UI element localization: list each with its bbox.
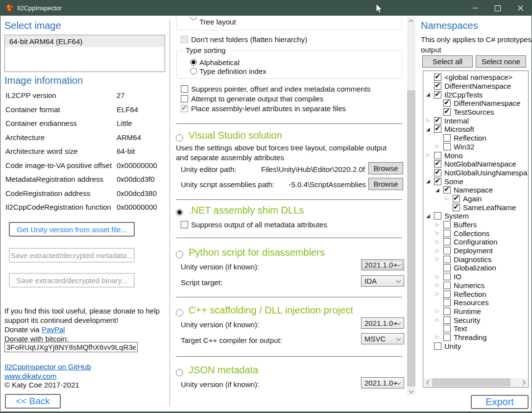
scroll-left-arrow-icon[interactable] — [424, 378, 432, 387]
tree-row[interactable]: ▷IO — [424, 272, 528, 281]
tree-row[interactable]: ▷Reflection — [424, 290, 528, 298]
python-unity-version-dropdown[interactable]: 2021.1.0+ — [361, 259, 404, 270]
script-assemblies-path-value[interactable]: -5.0.4\ScriptAssemblies — [261, 180, 366, 189]
expander-closed-icon[interactable]: ▷ — [435, 274, 443, 279]
tree-checkbox[interactable] — [443, 264, 451, 271]
browse-editor-path-button[interactable]: Browse — [368, 162, 403, 174]
tree-checkbox[interactable] — [434, 152, 441, 159]
minimize-button[interactable] — [464, 0, 486, 16]
cpp-unity-version-dropdown[interactable]: 2021.1.0+ — [361, 317, 404, 329]
expander-open-icon[interactable]: ◢ — [426, 214, 434, 219]
tree-row[interactable]: ◢Il2CppTests — [424, 90, 528, 99]
tree-checkbox[interactable] — [453, 195, 460, 202]
tree-checkbox[interactable] — [443, 238, 451, 245]
tree-checkbox[interactable] — [443, 299, 451, 306]
tree-row[interactable]: TestSources — [424, 108, 528, 117]
expander-closed-icon[interactable]: ▷ — [435, 144, 443, 149]
maximize-button[interactable] — [486, 0, 509, 16]
tree-row[interactable]: ▷Collections — [424, 229, 528, 238]
tree-row[interactable]: Resources — [424, 298, 528, 307]
scroll-right-arrow-icon[interactable] — [519, 378, 528, 387]
expander-closed-icon[interactable]: ▷ — [435, 248, 443, 253]
expander-open-icon[interactable]: ◢ — [426, 179, 434, 184]
export-button[interactable]: Export — [471, 395, 529, 409]
tree-row[interactable]: ◢Microsoft — [424, 125, 528, 134]
titlebar[interactable]: Il2CppInspector — [0, 0, 532, 16]
suppress-comments-checkbox[interactable] — [181, 85, 188, 93]
back-button[interactable]: << Back — [5, 394, 61, 409]
tree-row[interactable]: ▷Diagnostics — [424, 255, 528, 264]
expander-closed-icon[interactable]: ▷ — [435, 309, 443, 314]
tree-checkbox[interactable] — [443, 230, 451, 237]
options-scrollbar[interactable] — [407, 17, 415, 395]
tree-checkbox[interactable] — [443, 291, 451, 298]
tree-checkbox[interactable] — [443, 134, 451, 142]
tree-checkbox[interactable] — [434, 342, 441, 350]
tree-row[interactable]: Globalization — [424, 264, 528, 272]
expander-closed-icon[interactable]: ▷ — [435, 257, 443, 262]
expander-open-icon[interactable]: ◢ — [426, 92, 434, 97]
tree-row[interactable]: DifferentNamespace — [424, 99, 528, 108]
unity-editor-path-value[interactable]: Files\Unity\Hub\Editor\2020.2.0f1 — [261, 165, 366, 173]
tree-row[interactable]: ▷Win32 — [424, 143, 528, 151]
tree-checkbox[interactable] — [443, 325, 451, 332]
bitcoin-address-input[interactable] — [4, 342, 138, 352]
tree-checkbox[interactable] — [434, 73, 441, 81]
options-scrollbar-thumb[interactable] — [407, 90, 415, 387]
tree-checkbox[interactable] — [443, 282, 451, 289]
expander-open-icon[interactable]: ◢ — [435, 188, 443, 193]
tree-checkbox[interactable] — [434, 91, 441, 98]
tree-row[interactable]: ▷Internal — [424, 116, 528, 125]
type-definition-index-radio[interactable] — [190, 68, 197, 74]
flatten-hierarchy-checkbox[interactable] — [181, 36, 188, 43]
tree-row[interactable]: NotGlobalNamespace — [424, 160, 528, 169]
namespaces-tree[interactable]: <global namespace>DifferentNamespace◢Il2… — [424, 72, 528, 378]
tree-row[interactable]: ▷Threading — [424, 333, 528, 342]
tree-row[interactable]: ▷Numerics — [424, 281, 528, 290]
tree-checkbox[interactable] — [443, 247, 451, 254]
cpp-compiler-dropdown[interactable]: MSVC — [361, 333, 404, 344]
expander-closed-icon[interactable]: ▷ — [435, 317, 443, 322]
visual-studio-radio[interactable] — [176, 134, 183, 142]
tree-row[interactable]: ▷Buffers — [424, 220, 528, 229]
save-metadata-button[interactable]: Save extracted/decrypted metadata... — [9, 248, 135, 263]
tree-checkbox[interactable] — [443, 143, 451, 150]
tree-row[interactable]: ▷Runtime — [424, 307, 528, 316]
alphabetical-radio[interactable] — [190, 59, 197, 66]
tree-checkbox[interactable] — [443, 316, 451, 324]
github-link[interactable]: Il2CppInspector on GitHub — [4, 363, 91, 371]
select-none-button[interactable]: Select none — [476, 55, 526, 68]
tree-row[interactable]: Reflection — [424, 134, 528, 143]
tree-checkbox[interactable] — [443, 186, 451, 194]
website-link[interactable]: www.djkaty.com — [4, 372, 56, 380]
python-script-radio[interactable] — [176, 251, 183, 258]
tree-row[interactable]: NotGlobalUsingNamespace — [424, 169, 528, 177]
tree-row[interactable]: ◢Some — [424, 177, 528, 186]
tree-checkbox[interactable] — [443, 221, 451, 228]
tree-checkbox[interactable] — [434, 212, 441, 219]
browse-assemblies-path-button[interactable]: Browse — [368, 178, 403, 190]
tree-row[interactable]: ▷Again — [424, 194, 528, 203]
compilable-output-checkbox[interactable] — [181, 95, 188, 102]
expander-closed-icon[interactable]: ▷ — [435, 222, 443, 227]
tree-row[interactable]: ▷Configuration — [424, 238, 528, 246]
tree-checkbox[interactable] — [434, 82, 441, 90]
tree-checkbox[interactable] — [434, 117, 441, 124]
tree-row[interactable]: Unity — [424, 341, 528, 350]
tree-checkbox[interactable] — [434, 125, 441, 133]
tree-checkbox[interactable] — [443, 108, 451, 116]
tree-horizontal-scrollbar[interactable] — [424, 378, 528, 387]
tree-checkbox[interactable] — [443, 334, 451, 341]
tree-row[interactable]: <global namespace> — [424, 73, 528, 82]
shim-dlls-radio[interactable] — [176, 209, 183, 216]
scroll-down-arrow-icon[interactable] — [407, 387, 415, 395]
tree-row[interactable]: ▷Deployment — [424, 246, 528, 255]
expander-closed-icon[interactable]: ▷ — [435, 292, 443, 296]
json-unity-version-dropdown[interactable]: 2021.1.0+ — [361, 377, 404, 389]
tree-row[interactable]: ▷Security — [424, 316, 528, 324]
select-all-button[interactable]: Select all — [422, 55, 473, 68]
tree-row[interactable]: ◢System — [424, 212, 528, 220]
tree-row[interactable]: SameLeafName — [424, 203, 528, 212]
image-list-item[interactable]: 64-bit ARM64 (ELF64) — [5, 36, 164, 47]
tree-checkbox[interactable] — [453, 204, 460, 211]
